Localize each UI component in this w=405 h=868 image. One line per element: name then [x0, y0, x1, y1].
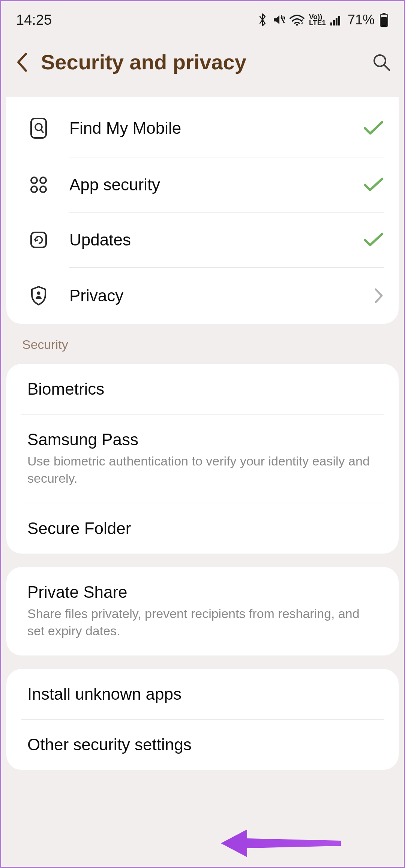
row-samsung-pass[interactable]: Samsung Pass Use biometric authenticatio…: [6, 415, 399, 503]
svg-rect-11: [31, 118, 46, 138]
svg-marker-20: [221, 829, 341, 857]
row-title: Install unknown apps: [27, 685, 378, 703]
battery-text: 71%: [348, 12, 375, 28]
other-card: Install unknown apps Other security sett…: [6, 669, 399, 770]
shield-icon: [27, 286, 50, 306]
row-title: Samsung Pass: [27, 430, 378, 449]
row-title: Private Share: [27, 583, 378, 602]
updates-icon: [27, 230, 50, 249]
svg-point-1: [296, 24, 298, 26]
volte-icon: Vo))LTE1: [309, 14, 326, 26]
check-icon: [361, 121, 384, 136]
svg-line-13: [41, 130, 43, 132]
row-secure-folder[interactable]: Secure Folder: [6, 503, 399, 554]
bluetooth-icon: [257, 13, 268, 27]
svg-point-16: [31, 186, 37, 192]
check-icon: [361, 177, 384, 192]
svg-point-9: [374, 55, 386, 66]
chevron-right-icon: [361, 287, 384, 304]
row-title: Other security settings: [27, 735, 378, 754]
row-title: Secure Folder: [27, 519, 378, 538]
svg-point-14: [31, 177, 37, 183]
row-other-security-settings[interactable]: Other security settings: [6, 720, 399, 770]
status-bar: 14:25 Vo))LTE1 71%: [1, 1, 404, 35]
row-title: Biometrics: [27, 380, 378, 398]
svg-rect-4: [336, 18, 338, 25]
row-label: App security: [69, 175, 361, 194]
back-button[interactable]: [14, 54, 30, 70]
row-install-unknown-apps[interactable]: Install unknown apps: [6, 669, 399, 719]
header: Security and privacy: [1, 35, 404, 97]
security-card: Biometrics Samsung Pass Use biometric au…: [6, 364, 399, 554]
svg-rect-3: [333, 20, 335, 25]
svg-point-17: [40, 186, 46, 192]
row-biometrics[interactable]: Biometrics: [6, 364, 399, 414]
row-subtitle: Share files privately, prevent recipient…: [27, 605, 378, 640]
battery-icon: [379, 13, 389, 27]
svg-rect-18: [31, 232, 46, 247]
row-privacy[interactable]: Privacy: [6, 268, 399, 324]
wifi-icon: [290, 14, 304, 26]
row-private-share[interactable]: Private Share Share files privately, pre…: [6, 567, 399, 655]
row-label: Updates: [69, 230, 361, 249]
status-time: 14:25: [16, 12, 52, 28]
status-indicators: Vo))LTE1 71%: [257, 12, 389, 28]
row-app-security[interactable]: App security: [6, 157, 399, 212]
svg-line-10: [384, 65, 389, 70]
section-label-security: Security: [1, 337, 404, 364]
signal-icon: [330, 14, 343, 25]
check-icon: [361, 232, 384, 247]
mute-icon: [272, 13, 285, 26]
row-label: Privacy: [69, 286, 361, 305]
share-card: Private Share Share files privately, pre…: [6, 567, 399, 655]
svg-rect-5: [338, 16, 340, 25]
apps-icon: [27, 175, 50, 194]
svg-rect-2: [330, 22, 332, 25]
annotation-arrow: [221, 826, 341, 863]
dashboard-card: Find My Mobile App security Updates: [6, 97, 399, 324]
row-find-my-mobile[interactable]: Find My Mobile: [6, 99, 399, 157]
svg-point-15: [40, 177, 46, 183]
row-label: Find My Mobile: [69, 119, 361, 138]
search-button[interactable]: [372, 52, 391, 72]
find-mobile-icon: [27, 117, 50, 139]
page-title: Security and privacy: [41, 50, 361, 74]
svg-rect-8: [381, 17, 387, 26]
svg-point-19: [37, 292, 40, 295]
row-subtitle: Use biometric authentication to verify y…: [27, 453, 378, 487]
row-updates[interactable]: Updates: [6, 213, 399, 267]
